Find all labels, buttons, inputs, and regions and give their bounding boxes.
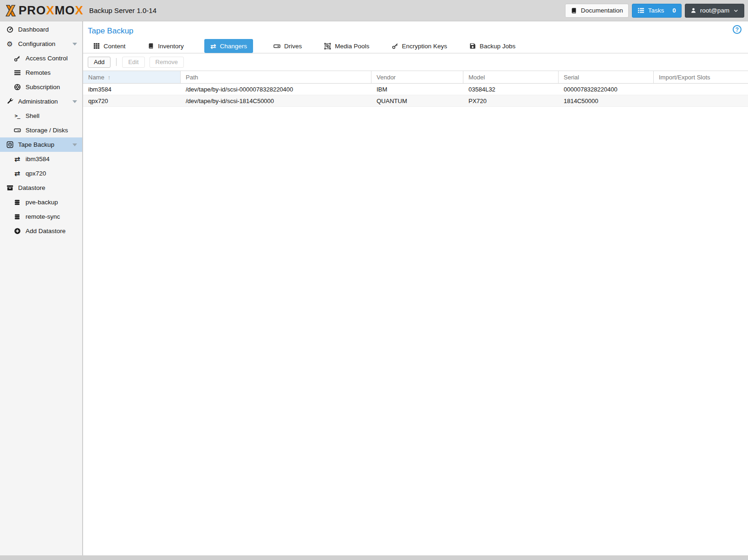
sidebar-nav: Dashboard ⚙ Configuration Access Control… — [0, 21, 83, 555]
sidebar-item-remotes[interactable]: Remotes — [0, 65, 82, 80]
help-icon[interactable]: ? — [733, 25, 741, 34]
sidebar-item-pve-backup[interactable]: pve-backup — [0, 195, 82, 209]
tasks-button[interactable]: Tasks 0 — [632, 4, 682, 18]
tab-content[interactable]: Content — [91, 39, 127, 53]
book-icon — [148, 43, 154, 49]
tasks-count-badge: 0 — [672, 7, 676, 14]
main-content: Tape Backup ? Content Inventory ⇄ Change… — [83, 21, 748, 555]
database-icon — [13, 214, 21, 220]
terminal-icon: >_ — [13, 113, 21, 119]
sidebar-item-label: Access Control — [26, 55, 68, 62]
column-label: Vendor — [377, 74, 396, 81]
remove-button[interactable]: Remove — [150, 57, 184, 68]
tasks-label: Tasks — [648, 7, 664, 14]
sidebar-item-dashboard[interactable]: Dashboard — [0, 22, 82, 37]
caret-down-icon[interactable] — [72, 143, 77, 146]
sidebar-item-label: Dashboard — [18, 26, 49, 33]
page-title-row: Tape Backup ? — [83, 21, 748, 39]
tape-icon — [6, 141, 14, 148]
brand-text: PROXMOX — [19, 3, 84, 18]
gears-icon: ⚙ — [6, 40, 14, 47]
page-title: Tape Backup — [88, 26, 133, 35]
cell-path: /dev/tape/by-id/scsi-0000078328220400 — [181, 84, 371, 95]
sort-asc-icon: ↑ — [108, 74, 111, 81]
caret-down-icon[interactable] — [72, 43, 77, 46]
tab-media-pools[interactable]: Media Pools — [322, 39, 371, 53]
sidebar-item-tape-backup[interactable]: Tape Backup — [0, 137, 82, 152]
column-header-serial[interactable]: Serial — [559, 71, 654, 83]
sidebar-item-configuration[interactable]: ⚙ Configuration — [0, 37, 82, 51]
tab-label: Media Pools — [335, 43, 369, 50]
sidebar-item-ibm3584[interactable]: ⇄ ibm3584 — [0, 152, 82, 166]
sidebar-item-add-datastore[interactable]: Add Datastore — [0, 224, 82, 238]
tab-backup-jobs[interactable]: Backup Jobs — [468, 39, 517, 53]
sidebar-item-label: Configuration — [18, 40, 55, 47]
cell-serial: 0000078328220400 — [559, 84, 654, 95]
tab-changers[interactable]: ⇄ Changers — [204, 39, 253, 53]
cell-model: 03584L32 — [463, 84, 559, 95]
sidebar-item-administration[interactable]: Administration — [0, 94, 82, 109]
proxmox-logo: PROXMOX — [4, 3, 84, 18]
cell-path: /dev/tape/by-id/scsi-1814C50000 — [181, 95, 371, 106]
tab-label: Drives — [284, 43, 302, 50]
toolbar-separator — [116, 58, 117, 66]
column-label: Serial — [564, 74, 579, 81]
table-row-qpx720[interactable]: qpx720 /dev/tape/by-id/scsi-1814C50000 Q… — [83, 95, 748, 107]
sidebar-item-label: Administration — [18, 98, 58, 105]
column-label: Import/Export Slots — [659, 74, 710, 81]
tachometer-icon — [6, 26, 14, 33]
hdd-icon — [13, 127, 21, 134]
sidebar-item-label: Tape Backup — [18, 141, 54, 148]
user-label: root@pam — [700, 7, 729, 14]
drive-icon — [273, 43, 280, 50]
column-header-name[interactable]: Name ↑ — [83, 71, 181, 83]
brand-seg: X — [46, 3, 54, 18]
cell-model: PX720 — [463, 95, 559, 106]
wrench-icon — [6, 98, 14, 105]
user-icon — [690, 7, 696, 13]
sidebar-item-label: Storage / Disks — [26, 127, 68, 134]
help-glyph: ? — [735, 26, 739, 33]
sidebar-item-label: remote-sync — [26, 213, 60, 220]
column-header-import-export-slots[interactable]: Import/Export Slots — [654, 71, 748, 83]
archive-icon — [6, 184, 14, 191]
edit-button[interactable]: Edit — [122, 57, 144, 68]
book-icon — [571, 7, 577, 14]
cell-import-export-slots — [654, 95, 748, 106]
tab-label: Inventory — [158, 43, 184, 50]
sidebar-item-shell[interactable]: >_ Shell — [0, 109, 82, 123]
sidebar-item-remote-sync[interactable]: remote-sync — [0, 209, 82, 224]
key-icon — [392, 43, 398, 49]
sidebar-item-label: qpx720 — [26, 170, 46, 177]
brand-seg: PRO — [19, 3, 46, 18]
sidebar-item-label: ibm3584 — [26, 156, 50, 163]
exchange-icon: ⇄ — [13, 170, 21, 177]
top-header: PROXMOX Backup Server 1.0-14 Documentati… — [0, 0, 748, 21]
tab-encryption-keys[interactable]: Encryption Keys — [390, 39, 449, 53]
documentation-button[interactable]: Documentation — [565, 4, 629, 18]
sidebar-item-datastore[interactable]: Datastore — [0, 181, 82, 195]
column-label: Path — [186, 74, 198, 81]
proxmox-x-icon — [4, 4, 18, 18]
key-icon — [13, 55, 21, 62]
tab-label: Backup Jobs — [480, 43, 515, 50]
column-header-model[interactable]: Model — [463, 71, 559, 83]
tab-bar: Content Inventory ⇄ Changers Drives — [83, 39, 748, 53]
sidebar-item-storage-disks[interactable]: Storage / Disks — [0, 123, 82, 137]
column-header-vendor[interactable]: Vendor — [371, 71, 463, 83]
list-icon — [13, 69, 21, 76]
cell-serial: 1814C50000 — [559, 95, 654, 106]
table-row-ibm3584[interactable]: ibm3584 /dev/tape/by-id/scsi-00000783282… — [83, 84, 748, 95]
column-label: Name — [88, 74, 104, 81]
sidebar-item-label: Datastore — [18, 184, 46, 191]
caret-down-icon[interactable] — [72, 100, 77, 103]
tab-inventory[interactable]: Inventory — [146, 39, 186, 53]
sidebar-item-qpx720[interactable]: ⇄ qpx720 — [0, 166, 82, 181]
tab-drives[interactable]: Drives — [272, 39, 304, 53]
column-header-path[interactable]: Path — [181, 71, 371, 83]
user-menu-button[interactable]: root@pam — [685, 4, 744, 18]
add-button[interactable]: Add — [88, 57, 111, 68]
sidebar-item-subscription[interactable]: Subscription — [0, 80, 82, 94]
cell-import-export-slots — [654, 84, 748, 95]
sidebar-item-access-control[interactable]: Access Control — [0, 51, 82, 65]
